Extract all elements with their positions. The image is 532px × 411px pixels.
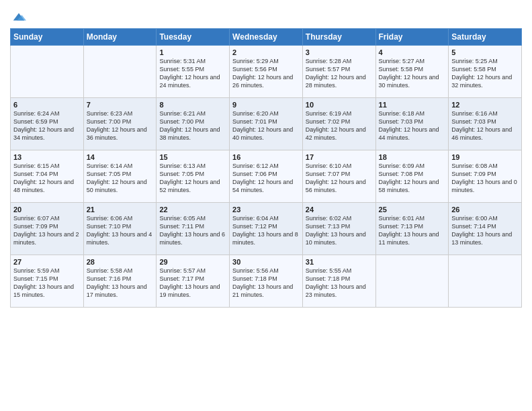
calendar-cell: 9Sunrise: 6:20 AM Sunset: 7:01 PM Daylig… [230,98,303,150]
calendar-cell: 28Sunrise: 5:58 AM Sunset: 7:16 PM Dayli… [83,255,157,308]
day-number: 3 [306,48,373,56]
calendar-week-5: 27Sunrise: 5:59 AM Sunset: 7:15 PM Dayli… [11,255,522,308]
calendar-cell: 29Sunrise: 5:57 AM Sunset: 7:17 PM Dayli… [157,255,230,308]
calendar-week-3: 13Sunrise: 6:15 AM Sunset: 7:04 PM Dayli… [11,150,522,203]
cell-details: Sunrise: 6:18 AM Sunset: 7:03 PM Dayligh… [379,109,446,142]
cell-details: Sunrise: 5:56 AM Sunset: 7:18 PM Dayligh… [232,267,300,300]
day-number: 17 [306,153,373,161]
calendar-cell: 4Sunrise: 5:27 AM Sunset: 5:58 PM Daylig… [375,46,449,98]
weekday-header-sunday: Sunday [11,29,84,46]
weekday-header-saturday: Saturday [449,29,522,46]
calendar-cell: 15Sunrise: 6:13 AM Sunset: 7:05 PM Dayli… [157,150,230,203]
cell-details: Sunrise: 6:20 AM Sunset: 7:01 PM Dayligh… [232,109,300,142]
cell-details: Sunrise: 6:19 AM Sunset: 7:02 PM Dayligh… [306,109,373,142]
day-number: 12 [451,101,519,109]
calendar-cell: 21Sunrise: 6:06 AM Sunset: 7:10 PM Dayli… [83,203,157,255]
day-number: 6 [13,101,81,109]
calendar-cell: 20Sunrise: 6:07 AM Sunset: 7:09 PM Dayli… [11,203,84,255]
weekday-header-friday: Friday [375,29,449,46]
day-number: 23 [232,205,300,214]
calendar-cell [375,255,449,308]
cell-details: Sunrise: 5:27 AM Sunset: 5:58 PM Dayligh… [379,57,446,90]
day-number: 31 [306,258,373,266]
cell-details: Sunrise: 6:14 AM Sunset: 7:05 PM Dayligh… [87,162,154,195]
day-number: 30 [232,258,300,266]
calendar-cell [449,255,522,308]
cell-details: Sunrise: 6:12 AM Sunset: 7:06 PM Dayligh… [232,162,300,195]
day-number: 21 [87,205,154,214]
calendar-cell [83,46,157,98]
calendar-cell [11,46,84,98]
day-number: 24 [306,205,373,214]
calendar-cell: 5Sunrise: 5:25 AM Sunset: 5:58 PM Daylig… [449,46,522,98]
cell-details: Sunrise: 6:05 AM Sunset: 7:11 PM Dayligh… [159,214,226,247]
calendar-table: SundayMondayTuesdayWednesdayThursdayFrid… [10,28,522,308]
calendar-week-2: 6Sunrise: 6:24 AM Sunset: 6:59 PM Daylig… [11,98,522,150]
cell-details: Sunrise: 6:04 AM Sunset: 7:12 PM Dayligh… [232,214,300,247]
day-number: 22 [159,205,226,214]
cell-details: Sunrise: 6:13 AM Sunset: 7:05 PM Dayligh… [159,162,226,195]
calendar-cell: 18Sunrise: 6:09 AM Sunset: 7:08 PM Dayli… [375,150,449,203]
cell-details: Sunrise: 6:02 AM Sunset: 7:13 PM Dayligh… [306,214,373,247]
calendar-cell: 19Sunrise: 6:08 AM Sunset: 7:09 PM Dayli… [449,150,522,203]
cell-details: Sunrise: 6:16 AM Sunset: 7:03 PM Dayligh… [451,109,519,142]
calendar-cell: 16Sunrise: 6:12 AM Sunset: 7:06 PM Dayli… [230,150,303,203]
calendar-cell: 13Sunrise: 6:15 AM Sunset: 7:04 PM Dayli… [11,150,84,203]
day-number: 11 [379,101,446,109]
calendar-cell: 27Sunrise: 5:59 AM Sunset: 7:15 PM Dayli… [11,255,84,308]
cell-details: Sunrise: 6:09 AM Sunset: 7:08 PM Dayligh… [379,162,446,195]
cell-details: Sunrise: 5:28 AM Sunset: 5:57 PM Dayligh… [306,57,373,90]
calendar-cell: 2Sunrise: 5:29 AM Sunset: 5:56 PM Daylig… [230,46,303,98]
day-number: 29 [159,258,226,266]
cell-details: Sunrise: 6:21 AM Sunset: 7:00 PM Dayligh… [159,109,226,142]
cell-details: Sunrise: 6:08 AM Sunset: 7:09 PM Dayligh… [451,162,519,195]
logo-icon [11,9,26,24]
calendar-cell: 26Sunrise: 6:00 AM Sunset: 7:14 PM Dayli… [449,203,522,255]
logo [10,9,26,27]
calendar-cell: 8Sunrise: 6:21 AM Sunset: 7:00 PM Daylig… [157,98,230,150]
header [10,7,522,27]
calendar-week-1: 1Sunrise: 5:31 AM Sunset: 5:55 PM Daylig… [11,46,522,98]
calendar-cell: 22Sunrise: 6:05 AM Sunset: 7:11 PM Dayli… [157,203,230,255]
cell-details: Sunrise: 5:59 AM Sunset: 7:15 PM Dayligh… [13,267,81,300]
cell-details: Sunrise: 6:06 AM Sunset: 7:10 PM Dayligh… [87,214,154,247]
calendar-cell: 1Sunrise: 5:31 AM Sunset: 5:55 PM Daylig… [157,46,230,98]
calendar-cell: 11Sunrise: 6:18 AM Sunset: 7:03 PM Dayli… [375,98,449,150]
day-number: 4 [379,48,446,56]
cell-details: Sunrise: 5:57 AM Sunset: 7:17 PM Dayligh… [159,267,226,300]
day-number: 7 [87,101,154,109]
day-number: 18 [379,153,446,161]
cell-details: Sunrise: 5:31 AM Sunset: 5:55 PM Dayligh… [159,57,226,90]
day-number: 19 [451,153,519,161]
calendar-cell: 10Sunrise: 6:19 AM Sunset: 7:02 PM Dayli… [302,98,375,150]
day-number: 14 [87,153,154,161]
calendar-cell: 12Sunrise: 6:16 AM Sunset: 7:03 PM Dayli… [449,98,522,150]
cell-details: Sunrise: 6:01 AM Sunset: 7:13 PM Dayligh… [379,214,446,247]
day-number: 5 [451,48,519,56]
cell-details: Sunrise: 6:10 AM Sunset: 7:07 PM Dayligh… [306,162,373,195]
day-number: 9 [232,101,300,109]
calendar-cell: 24Sunrise: 6:02 AM Sunset: 7:13 PM Dayli… [302,203,375,255]
day-number: 25 [379,205,446,214]
calendar-cell: 14Sunrise: 6:14 AM Sunset: 7:05 PM Dayli… [83,150,157,203]
cell-details: Sunrise: 5:55 AM Sunset: 7:18 PM Dayligh… [306,267,373,300]
calendar-body: 1Sunrise: 5:31 AM Sunset: 5:55 PM Daylig… [11,46,522,308]
weekday-header-tuesday: Tuesday [157,29,230,46]
calendar-cell: 3Sunrise: 5:28 AM Sunset: 5:57 PM Daylig… [302,46,375,98]
day-number: 15 [159,153,226,161]
weekday-header-wednesday: Wednesday [230,29,303,46]
calendar-header: SundayMondayTuesdayWednesdayThursdayFrid… [11,29,522,46]
day-number: 8 [159,101,226,109]
cell-details: Sunrise: 6:24 AM Sunset: 6:59 PM Dayligh… [13,109,81,142]
cell-details: Sunrise: 6:07 AM Sunset: 7:09 PM Dayligh… [13,214,81,247]
cell-details: Sunrise: 6:15 AM Sunset: 7:04 PM Dayligh… [13,162,81,195]
calendar-cell: 25Sunrise: 6:01 AM Sunset: 7:13 PM Dayli… [375,203,449,255]
day-number: 10 [306,101,373,109]
calendar-cell: 31Sunrise: 5:55 AM Sunset: 7:18 PM Dayli… [302,255,375,308]
day-number: 20 [13,205,81,214]
calendar-cell: 17Sunrise: 6:10 AM Sunset: 7:07 PM Dayli… [302,150,375,203]
cell-details: Sunrise: 5:58 AM Sunset: 7:16 PM Dayligh… [87,267,154,300]
cell-details: Sunrise: 6:00 AM Sunset: 7:14 PM Dayligh… [451,214,519,247]
day-number: 26 [451,205,519,214]
calendar-cell: 7Sunrise: 6:23 AM Sunset: 7:00 PM Daylig… [83,98,157,150]
